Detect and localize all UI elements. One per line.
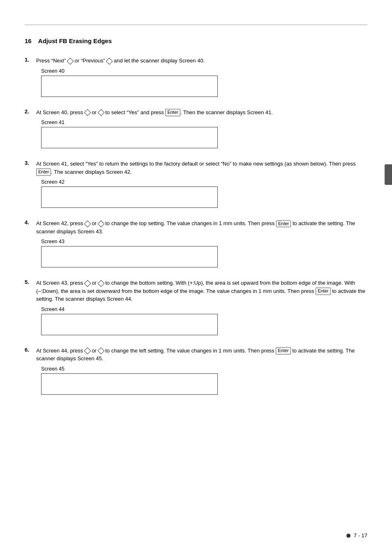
section-title: 16 Adjust FB Erasing Edges — [25, 37, 367, 44]
diamond-icon — [84, 280, 91, 287]
diamond-icon — [84, 220, 91, 227]
step-4-number: 4. — [25, 219, 33, 226]
enter-key: Enter — [276, 347, 291, 354]
step-1-number: 1. — [25, 57, 33, 63]
enter-key: Enter — [316, 288, 330, 295]
footer-page-number: 7 - 17 — [354, 532, 367, 539]
diamond-icon — [97, 109, 104, 116]
diamond-icon — [84, 109, 91, 116]
step-2-row: 2. At Screen 40, press or to select “Yes… — [25, 108, 367, 117]
step-2-number: 2. — [25, 108, 33, 115]
step-3-number: 3. — [25, 160, 33, 166]
screen-box-40 — [41, 76, 218, 97]
diamond-icon — [67, 58, 74, 64]
step-5: 5. At Screen 43, press or to change the … — [25, 279, 367, 335]
diamond-icon — [106, 58, 113, 64]
screen-box-43 — [41, 246, 218, 267]
step-6-text: At Screen 44, press or to change the lef… — [36, 347, 367, 363]
screen-box-42 — [41, 187, 218, 208]
screen-label-44: Screen 44 — [41, 306, 367, 312]
screen-box-45 — [41, 373, 218, 395]
section-title-text: Adjust FB Erasing Edges — [38, 37, 112, 44]
step-1-text: Press “Next” or “Previous” and let the s… — [36, 57, 367, 65]
screen-label-41: Screen 41 — [41, 120, 367, 125]
step-3-row: 3. At Screen 41, select “Yes” to return … — [25, 160, 367, 176]
step-3-text: At Screen 41, select “Yes” to return the… — [36, 160, 367, 176]
diamond-icon — [97, 220, 104, 227]
step-4-screen: Screen 43 — [41, 239, 367, 267]
step-1-row: 1. Press “Next” or “Previous” and let th… — [25, 57, 367, 65]
step-5-screen: Screen 44 — [41, 306, 367, 335]
step-6: 6. At Screen 44, press or to change the … — [25, 347, 367, 395]
step-1-screen: Screen 40 — [41, 68, 367, 97]
step-2-text: At Screen 40, press or to select “Yes” a… — [36, 108, 367, 117]
step-2-screen: Screen 41 — [41, 120, 367, 148]
step-4: 4. At Screen 42, press or to change the … — [25, 219, 367, 267]
step-5-number: 5. — [25, 279, 33, 285]
step-5-row: 5. At Screen 43, press or to change the … — [25, 279, 367, 303]
step-3: 3. At Screen 41, select “Yes” to return … — [25, 160, 367, 208]
side-tab-marker — [385, 164, 392, 185]
screen-box-44 — [41, 314, 218, 335]
diamond-icon — [97, 280, 104, 287]
screen-label-42: Screen 42 — [41, 179, 367, 185]
enter-key: Enter — [36, 168, 51, 175]
step-3-screen: Screen 42 — [41, 179, 367, 208]
step-4-text: At Screen 42, press or to change the top… — [36, 219, 367, 235]
section-number: 16 — [25, 37, 32, 44]
enter-key: Enter — [276, 220, 291, 227]
diamond-icon — [97, 348, 104, 355]
step-6-row: 6. At Screen 44, press or to change the … — [25, 347, 367, 363]
step-1: 1. Press “Next” or “Previous” and let th… — [25, 57, 367, 97]
screen-label-43: Screen 43 — [41, 239, 367, 244]
page-container: 16 Adjust FB Erasing Edges 1. Press “Nex… — [0, 0, 392, 555]
footer-bullet — [346, 534, 350, 538]
step-6-screen: Screen 45 — [41, 366, 367, 395]
page-footer: 7 - 17 — [346, 532, 367, 539]
step-6-number: 6. — [25, 347, 33, 353]
screen-box-41 — [41, 127, 218, 148]
step-4-row: 4. At Screen 42, press or to change the … — [25, 219, 367, 235]
top-border — [25, 25, 367, 25]
screen-label-40: Screen 40 — [41, 68, 367, 74]
screen-label-45: Screen 45 — [41, 366, 367, 372]
diamond-icon — [84, 348, 91, 355]
enter-key: Enter — [165, 109, 180, 116]
step-5-text: At Screen 43, press or to change the bot… — [36, 279, 367, 303]
step-2: 2. At Screen 40, press or to select “Yes… — [25, 108, 367, 149]
